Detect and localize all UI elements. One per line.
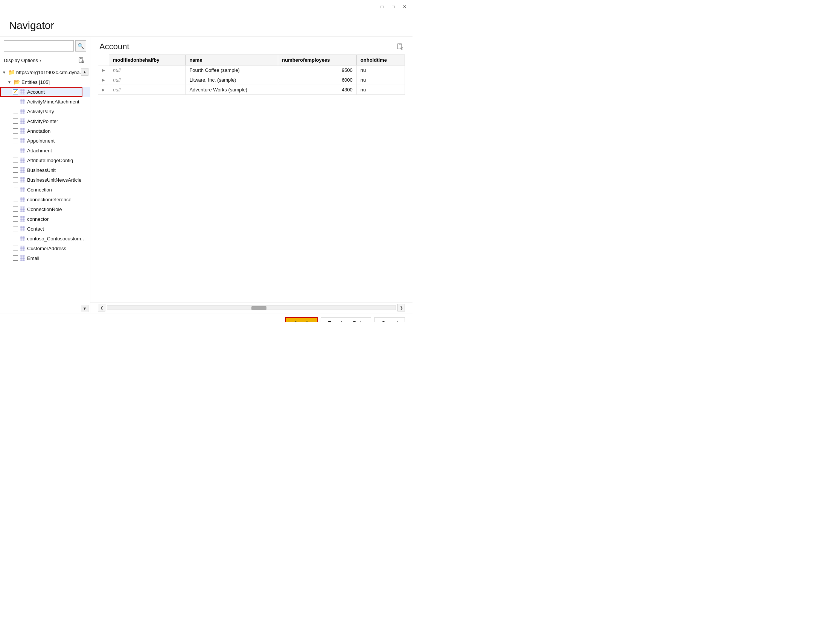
svg-rect-72 — [20, 226, 25, 231]
svg-rect-17 — [20, 119, 25, 124]
account-item-wrapper: ✓ Account — [0, 87, 90, 97]
scrollbar-thumb[interactable] — [252, 306, 266, 310]
annotation-table-icon — [20, 128, 26, 134]
account-checkbox[interactable]: ✓ — [13, 89, 18, 94]
row-indicator-header — [98, 55, 109, 65]
entity-item-businessunit[interactable]: BusinessUnit — [0, 165, 90, 175]
activitymimeattachment-table-icon — [20, 99, 26, 105]
connectionrole-checkbox[interactable] — [13, 206, 18, 212]
activitymimeattachment-checkbox[interactable] — [13, 99, 18, 104]
svg-rect-47 — [20, 177, 25, 182]
entity-item-attachment[interactable]: Attachment — [0, 146, 90, 156]
entities-folder-icon: 📂 — [14, 79, 20, 85]
connector-checkbox[interactable] — [13, 216, 18, 222]
search-button[interactable]: 🔍 — [75, 40, 86, 52]
scroll-left-button[interactable]: ❮ — [98, 304, 105, 311]
activityparty-label: ActivityParty — [27, 109, 54, 114]
entity-item-connector[interactable]: connector — [0, 214, 90, 224]
svg-rect-22 — [20, 128, 25, 134]
entity-item-connection[interactable]: Connection — [0, 185, 90, 194]
svg-rect-7 — [20, 99, 25, 104]
businessunitnewsarticle-checkbox[interactable] — [13, 177, 18, 182]
contoso-checkbox[interactable] — [13, 236, 18, 241]
tree-root-node[interactable]: ▼ 📁 https://org1d1f903c.crm.dynamics.com… — [0, 67, 90, 77]
close-button[interactable]: ✕ — [401, 3, 408, 10]
entity-item-attributeimageconfig[interactable]: AttributeImageConfig — [0, 156, 90, 165]
entity-item-email[interactable]: Email — [0, 253, 90, 263]
contoso-label: contoso_Contosocustomentity — [27, 236, 88, 242]
appointment-checkbox[interactable] — [13, 138, 18, 143]
cell-onhold-2: nu — [357, 75, 405, 85]
scroll-up-button[interactable]: ▲ — [81, 68, 88, 75]
attachment-checkbox[interactable] — [13, 148, 18, 153]
footer: Load Transform Data Cancel — [0, 313, 412, 322]
maximize-button[interactable]: □ — [390, 3, 397, 10]
cancel-button[interactable]: Cancel — [374, 317, 405, 322]
cell-name-1: Fourth Coffee (sample) — [185, 65, 278, 75]
connection-checkbox[interactable] — [13, 187, 18, 192]
connectionreference-label: connectionreference — [27, 197, 71, 202]
connectionrole-label: ConnectionRole — [27, 206, 62, 212]
attributeimageconfig-label: AttributeImageConfig — [27, 158, 73, 163]
scrollbar-track[interactable] — [107, 305, 396, 310]
refresh-button[interactable] — [76, 55, 86, 65]
activityparty-table-icon — [20, 108, 26, 114]
connectionreference-checkbox[interactable] — [13, 197, 18, 202]
main-layout: 🔍 Display Options ▾ ▲ — [0, 36, 412, 313]
root-folder-icon: 📁 — [8, 69, 15, 75]
entity-item-businessunitnewsarticle[interactable]: BusinessUnitNewsArticle — [0, 175, 90, 185]
email-checkbox[interactable] — [13, 256, 18, 261]
entities-expand-icon: ▼ — [8, 80, 12, 84]
entity-item-annotation[interactable]: Annotation — [0, 126, 90, 136]
entity-item-appointment[interactable]: Appointment — [0, 136, 90, 146]
col-header-onholdtime: onholdtime — [357, 55, 405, 65]
entities-node[interactable]: ▼ 📂 Entities [105] — [0, 77, 90, 87]
search-input[interactable] — [4, 40, 74, 52]
table-row: ▶ null Adventure Works (sample) 4300 nu — [98, 85, 405, 95]
entity-item-connectionreference[interactable]: connectionreference — [0, 194, 90, 204]
connection-table-icon — [20, 186, 26, 193]
appointment-label: Appointment — [27, 138, 54, 144]
entity-item-contoso[interactable]: contoso_Contosocustomentity — [0, 234, 90, 243]
contact-checkbox[interactable] — [13, 226, 18, 231]
scroll-down-button[interactable]: ▼ — [81, 305, 88, 312]
businessunit-checkbox[interactable] — [13, 167, 18, 173]
refresh-icon — [78, 57, 84, 63]
svg-rect-2 — [20, 89, 25, 94]
entity-item-activitypointer[interactable]: ActivityPointer — [0, 116, 90, 126]
transform-data-button[interactable]: Transform Data — [321, 317, 371, 322]
entity-item-account[interactable]: ✓ Account — [0, 87, 90, 97]
activitypointer-label: ActivityPointer — [27, 119, 58, 124]
right-panel: Account modifiedonbehalfby name — [90, 37, 412, 313]
attributeimageconfig-checkbox[interactable] — [13, 158, 18, 163]
activityparty-checkbox[interactable] — [13, 109, 18, 114]
minimize-button[interactable]: □ — [379, 3, 385, 10]
load-button[interactable]: Load — [285, 317, 317, 322]
entity-item-connectionrole[interactable]: ConnectionRole — [0, 204, 90, 214]
cell-onhold-1: nu — [357, 65, 405, 75]
svg-rect-37 — [20, 158, 25, 163]
entity-item-activityparty[interactable]: ActivityParty — [0, 106, 90, 116]
scroll-right-button[interactable]: ❯ — [397, 304, 405, 311]
preview-settings-button[interactable] — [395, 42, 405, 52]
entity-item-activitymimeattachment[interactable]: ActivityMimeAttachment — [0, 97, 90, 106]
left-panel: 🔍 Display Options ▾ ▲ — [0, 37, 90, 313]
connectionreference-table-icon — [20, 196, 26, 202]
businessunit-label: BusinessUnit — [27, 167, 56, 173]
svg-rect-12 — [20, 109, 25, 114]
entity-item-contact[interactable]: Contact — [0, 224, 90, 234]
annotation-checkbox[interactable] — [13, 128, 18, 134]
activitypointer-checkbox[interactable] — [13, 119, 18, 124]
svg-rect-62 — [20, 206, 25, 212]
table-header-row: modifiedonbehalfby name numberofemployee… — [98, 55, 405, 65]
col-header-modifiedonbehalfby: modifiedonbehalfby — [109, 55, 185, 65]
svg-rect-27 — [20, 138, 25, 143]
settings-doc-icon — [397, 43, 403, 50]
row-indicator-2: ▶ — [98, 75, 109, 85]
customeraddress-checkbox[interactable] — [13, 246, 18, 251]
entity-item-customeraddress[interactable]: CustomerAddress — [0, 243, 90, 253]
activitymimeattachment-label: ActivityMimeAttachment — [27, 99, 79, 105]
businessunit-table-icon — [20, 167, 26, 173]
svg-rect-87 — [20, 256, 25, 261]
display-options-button[interactable]: Display Options ▾ — [4, 57, 42, 63]
